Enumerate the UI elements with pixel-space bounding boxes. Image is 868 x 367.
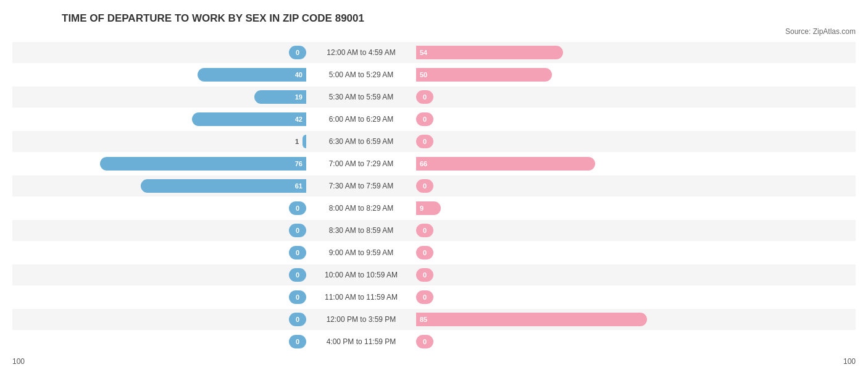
female-zero-pill: 0 [416, 246, 433, 259]
female-bar-container: 85 [414, 309, 710, 330]
male-bar-container: 0 [12, 42, 309, 63]
female-bar-container: 0 [414, 242, 710, 263]
time-label: 6:00 AM to 6:29 AM [309, 115, 414, 124]
table-row: 08:00 AM to 8:29 AM9 [12, 198, 856, 219]
male-bar-container: 76 [12, 153, 309, 174]
female-bar-container: 0 [414, 220, 710, 241]
female-bar-container: 0 [414, 109, 710, 130]
female-bar-container: 0 [414, 131, 710, 152]
male-bar-container: 0 [12, 242, 309, 263]
table-row: 09:00 AM to 9:59 AM0 [12, 242, 856, 263]
female-value: 50 [420, 71, 427, 78]
male-value: 19 [295, 93, 303, 101]
time-label: 12:00 AM to 4:59 AM [309, 48, 414, 57]
time-label: 12:00 PM to 3:59 PM [309, 315, 414, 324]
axis-labels: 100 100 [12, 353, 856, 366]
male-zero-pill: 0 [289, 290, 306, 304]
female-zero-pill: 0 [416, 90, 433, 104]
time-label: 9:00 AM to 9:59 AM [309, 248, 414, 257]
female-zero-pill: 0 [416, 268, 433, 282]
male-bar-container: 40 [12, 64, 309, 85]
female-bar-container: 0 [414, 331, 710, 352]
time-label: 8:30 AM to 8:59 AM [309, 226, 414, 235]
male-bar-container: 0 [12, 220, 309, 241]
time-label: 5:00 AM to 5:29 AM [309, 70, 414, 79]
female-zero-pill: 0 [416, 290, 433, 304]
male-bar: 1 [303, 135, 306, 148]
female-zero-pill: 0 [416, 135, 433, 148]
male-zero-pill: 0 [289, 335, 306, 348]
female-zero-pill: 0 [416, 112, 433, 126]
table-row: 04:00 PM to 11:59 PM0 [12, 331, 856, 352]
male-bar-container: 19 [12, 86, 309, 108]
chart-container: TIME OF DEPARTURE TO WORK BY SEX IN ZIP … [0, 0, 868, 367]
table-row: 405:00 AM to 5:29 AM50 [12, 64, 856, 85]
female-bar-container: 0 [414, 264, 710, 285]
male-bar-container: 1 [12, 131, 309, 152]
table-row: 195:30 AM to 5:59 AM0 [12, 86, 856, 108]
time-label: 10:00 AM to 10:59 AM [309, 271, 414, 279]
female-bar: 85 [416, 313, 647, 326]
male-bar: 19 [254, 90, 306, 104]
male-zero-pill: 0 [289, 46, 306, 59]
table-row: 012:00 PM to 3:59 PM85 [12, 309, 856, 330]
axis-left-label: 100 [12, 357, 25, 366]
male-zero-pill: 0 [289, 246, 306, 259]
time-label: 5:30 AM to 5:59 AM [309, 93, 414, 101]
female-bar-container: 50 [414, 64, 710, 85]
table-row: 16:30 AM to 6:59 AM0 [12, 131, 856, 152]
female-zero-pill: 0 [416, 224, 433, 237]
time-label: 7:30 AM to 7:59 AM [309, 182, 414, 190]
female-bar-container: 0 [414, 287, 710, 308]
table-row: 08:30 AM to 8:59 AM0 [12, 220, 856, 241]
female-zero-pill: 0 [416, 179, 433, 193]
female-value: 9 [420, 205, 424, 212]
time-label: 6:30 AM to 6:59 AM [309, 137, 414, 146]
female-bar: 9 [416, 201, 441, 215]
table-row: 012:00 AM to 4:59 AM54 [12, 42, 856, 63]
time-label: 8:00 AM to 8:29 AM [309, 204, 414, 213]
female-value: 66 [420, 160, 427, 167]
female-value: 54 [420, 49, 427, 56]
male-zero-pill: 0 [289, 224, 306, 237]
female-value: 85 [420, 316, 427, 323]
table-row: 767:00 AM to 7:29 AM66 [12, 153, 856, 174]
time-label: 7:00 AM to 7:29 AM [309, 159, 414, 168]
male-bar-container: 0 [12, 331, 309, 352]
female-bar-container: 9 [414, 198, 710, 219]
male-zero-pill: 0 [289, 201, 306, 215]
rows-wrapper: 012:00 AM to 4:59 AM54405:00 AM to 5:29 … [12, 42, 856, 352]
male-bar: 42 [192, 112, 306, 126]
male-bar-container: 42 [12, 109, 309, 130]
chart-source: Source: ZipAtlas.com [12, 27, 856, 36]
male-bar: 61 [141, 179, 306, 193]
female-bar-container: 0 [414, 86, 710, 108]
time-label: 11:00 AM to 11:59 AM [309, 293, 414, 302]
male-value: 42 [295, 116, 303, 123]
table-row: 426:00 AM to 6:29 AM0 [12, 109, 856, 130]
male-value: 1 [295, 138, 299, 145]
male-value: 76 [295, 160, 303, 167]
chart-title: TIME OF DEPARTURE TO WORK BY SEX IN ZIP … [12, 12, 856, 25]
male-value: 40 [295, 71, 303, 78]
male-bar-container: 61 [12, 175, 309, 196]
axis-right-label: 100 [843, 357, 856, 366]
male-bar-container: 0 [12, 309, 309, 330]
male-zero-pill: 0 [289, 268, 306, 282]
male-bar-container: 0 [12, 287, 309, 308]
male-bar-container: 0 [12, 264, 309, 285]
male-bar: 76 [100, 157, 306, 171]
female-bar: 54 [416, 46, 563, 59]
female-bar-container: 54 [414, 42, 710, 63]
male-bar-container: 0 [12, 198, 309, 219]
time-label: 4:00 PM to 11:59 PM [309, 337, 414, 346]
female-bar: 66 [416, 157, 595, 171]
female-bar: 50 [416, 68, 552, 82]
male-zero-pill: 0 [289, 313, 306, 326]
table-row: 011:00 AM to 11:59 AM0 [12, 287, 856, 308]
table-row: 010:00 AM to 10:59 AM0 [12, 264, 856, 285]
male-value: 61 [295, 182, 303, 190]
female-bar-container: 66 [414, 153, 710, 174]
male-bar: 40 [198, 68, 306, 82]
table-row: 617:30 AM to 7:59 AM0 [12, 175, 856, 196]
